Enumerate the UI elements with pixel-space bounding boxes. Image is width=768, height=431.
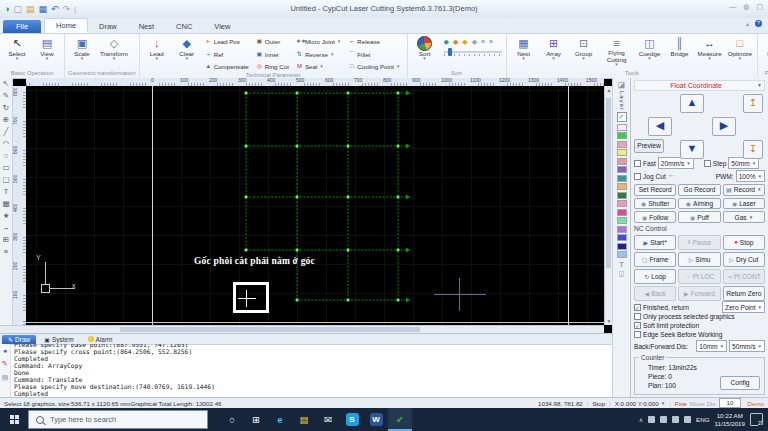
layer-color-swatch[interactable] <box>617 166 627 173</box>
eraser-icon[interactable]: ◪ <box>618 80 626 89</box>
simu-button[interactable]: ▷Simu <box>678 252 720 267</box>
network-icon[interactable] <box>672 416 679 423</box>
view-icon-button[interactable]: ▤View▼ <box>32 35 62 61</box>
micro-joint-icon-button[interactable]: ∗∗Micro Joint▼ <box>296 37 341 46</box>
clear-icon-button[interactable]: ◆Clear▼ <box>172 35 202 61</box>
sort-order-3-icon[interactable]: ◆ <box>462 38 467 45</box>
array-tool-icon[interactable]: ⊞ <box>3 236 9 244</box>
cypcut-taskbar-icon[interactable]: ✔ <box>388 408 412 431</box>
go-record-button[interactable]: Go Record <box>678 184 720 196</box>
horizontal-scrollbar[interactable] <box>0 325 604 333</box>
layer-color-swatch[interactable] <box>617 217 627 224</box>
mail-icon[interactable]: ✉ <box>316 408 340 431</box>
layer-color-swatch[interactable] <box>617 183 627 190</box>
edit-node-icon[interactable]: ✎ <box>3 92 9 100</box>
finished-return-checkbox[interactable]: ✓ <box>634 304 641 311</box>
jog-down-button[interactable]: ▼ <box>680 140 704 159</box>
ring-cut-icon-button[interactable]: ◎Ring Cut <box>256 62 289 71</box>
lead-icon-button[interactable]: ↓Lead▼ <box>142 35 172 61</box>
arc-icon[interactable]: ◠ <box>3 140 10 148</box>
scale-icon-button[interactable]: ▣Scale▼ <box>67 35 97 61</box>
tab-cnc[interactable]: CNC <box>165 20 203 33</box>
sort-order-4-icon[interactable]: ◆ <box>472 38 477 45</box>
skype-icon[interactable]: S <box>340 408 364 431</box>
minimize-icon[interactable]: — <box>729 3 736 11</box>
config-button[interactable]: Config <box>720 376 760 390</box>
laser-button[interactable]: ◉Laser <box>723 198 765 210</box>
layer-color-swatch[interactable] <box>617 243 627 250</box>
follow-up-button[interactable]: ↥ <box>743 94 763 113</box>
layer-color-swatch[interactable] <box>617 251 627 258</box>
layer-color-swatch[interactable] <box>617 234 627 241</box>
help-icon[interactable]: ? <box>755 20 762 27</box>
star-icon[interactable]: ★ <box>3 212 10 220</box>
text-icon[interactable]: T <box>4 188 9 196</box>
start-button[interactable] <box>0 408 28 431</box>
layer-color-swatch[interactable] <box>617 149 627 156</box>
pattern-icon[interactable]: ≡ <box>4 248 8 256</box>
loop-button[interactable]: ↻Loop <box>634 269 676 284</box>
ref-icon-button[interactable]: +Ref <box>205 50 249 59</box>
outer-icon-button[interactable]: ▣Outer <box>256 37 289 46</box>
shutter-button[interactable]: ◉Shutter <box>634 198 676 210</box>
clock[interactable]: 10:22 AM 11/15/2019 <box>714 412 745 426</box>
drawing-canvas[interactable]: Gốc phôi cắt phải nằm ở góc Y x <box>26 86 604 325</box>
return-zero-button[interactable]: Return Zero <box>723 286 765 301</box>
seal-icon-button[interactable]: MSeal▼ <box>296 62 341 71</box>
tab-home[interactable]: Home <box>44 18 88 33</box>
optimize-icon-button[interactable]: □Optimize▼ <box>725 35 755 61</box>
vertical-scrollbar[interactable]: ▲ ▼ <box>604 86 612 325</box>
sort-order-1-icon[interactable]: ◆ <box>444 38 449 45</box>
follow-down-button[interactable]: ↧ <box>743 140 763 159</box>
step-checkbox[interactable] <box>704 160 711 167</box>
layer-color-swatch[interactable] <box>617 132 627 139</box>
sort-slider[interactable] <box>444 48 502 56</box>
layer-color-swatch[interactable] <box>617 175 627 182</box>
inner-icon-button[interactable]: ▣Inner <box>256 50 289 59</box>
tab-file[interactable]: File <box>3 20 41 33</box>
collapse-ribbon-icon[interactable]: ▴ <box>746 20 749 27</box>
cooling-point-icon-button[interactable]: □Cooling Point▼ <box>348 62 400 71</box>
console-tab-alarm[interactable]: !Alarm <box>82 335 119 344</box>
array-icon-button[interactable]: ⊞Array▼ <box>539 35 569 61</box>
zoom-icon[interactable]: ⊕ <box>3 116 9 124</box>
select-tool-icon[interactable]: ↖ <box>3 80 9 88</box>
transform-icon-button[interactable]: ◇Transform▼ <box>97 35 131 61</box>
jog-cut-more[interactable]: ⋯ <box>668 172 675 180</box>
tab-draw[interactable]: Draw <box>88 20 128 33</box>
reverse-icon-button[interactable]: ⇅Reverse▼ <box>296 50 341 59</box>
fine-mode-label[interactable]: Fine <box>675 400 687 407</box>
flying-cutting-icon-button[interactable]: ≡Flying Cutting▼ <box>599 35 635 67</box>
tray-expand-icon[interactable]: ∧ <box>639 416 643 423</box>
follow-button[interactable]: ◉Follow <box>634 211 676 223</box>
set-record-button[interactable]: Set Record <box>634 184 676 196</box>
pwm-select[interactable]: 100%▼ <box>736 170 765 182</box>
bridge-icon-button[interactable]: ║Bridge <box>665 35 695 57</box>
sort-order-2-icon[interactable]: ◆ <box>453 38 458 45</box>
measure-tool-icon[interactable]: ↔ <box>2 224 10 232</box>
jog-cut-checkbox[interactable] <box>634 173 641 180</box>
layer-icon-button[interactable]: Layer▼ <box>760 35 768 61</box>
layer-color-swatch[interactable] <box>617 209 627 216</box>
dry-cut-button[interactable]: ▷Dry Cut <box>723 252 765 267</box>
rotate-icon[interactable]: ↻ <box>3 104 9 112</box>
nest-icon-button[interactable]: ▦Nest▼ <box>509 35 539 61</box>
task-view-icon[interactable]: ⊞ <box>244 408 268 431</box>
restore-icon[interactable]: ▢ <box>756 3 763 11</box>
soft-limit-protection-checkbox[interactable]: ✓ <box>634 322 641 329</box>
layer-color-swatch[interactable] <box>617 158 627 165</box>
layer-color-white[interactable] <box>617 124 627 131</box>
language-indicator[interactable]: ENG <box>696 416 709 423</box>
word-icon[interactable]: W <box>364 408 388 431</box>
info-icon[interactable]: ● <box>3 347 7 354</box>
edge-seek-before-working-checkbox[interactable] <box>634 331 641 338</box>
only-process-selected-graphics-checkbox[interactable] <box>634 313 641 320</box>
taskbar-search[interactable]: Type here to search <box>28 410 208 429</box>
gas-button[interactable]: Gas▼ <box>723 211 765 223</box>
doc-icon[interactable]: ▤ <box>2 374 9 382</box>
tab-view[interactable]: View <box>203 20 241 33</box>
jog-right-button[interactable]: ▶ <box>712 117 736 136</box>
dis-select[interactable]: 10mm▼ <box>696 340 727 352</box>
puff-button[interactable]: ◉Puff <box>678 211 720 223</box>
move-dis-input[interactable]: 10 <box>719 398 742 408</box>
